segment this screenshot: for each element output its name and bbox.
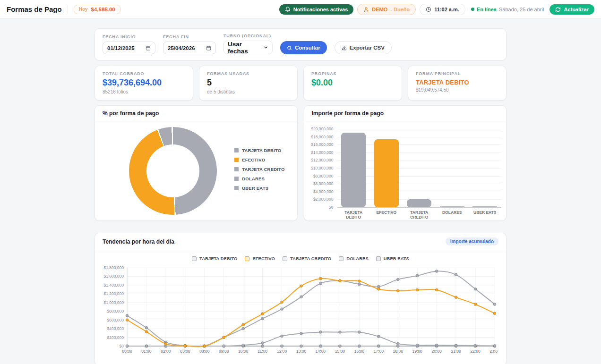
calendar-icon bbox=[146, 45, 151, 51]
bar-y-tick-label: $10,000,000 bbox=[311, 166, 333, 170]
bar-x-tick-label: TARJETA CREDITO bbox=[403, 210, 436, 220]
bar-y-tick-label: $14,000,000 bbox=[311, 150, 333, 155]
line-legend-item[interactable]: TARJETA DEBITO bbox=[192, 256, 237, 261]
pie-chart-header: % por forma de pago bbox=[95, 106, 297, 121]
svg-text:$1,800,000: $1,800,000 bbox=[103, 265, 124, 270]
line-legend-item[interactable]: UBER EATS bbox=[376, 256, 409, 261]
svg-text:03:00: 03:00 bbox=[180, 349, 190, 354]
bar-y-axis: $20,000,000$18,000,000$16,000,000$14,000… bbox=[307, 129, 337, 207]
line-legend-item[interactable]: EFECTIVO bbox=[245, 256, 275, 261]
query-button[interactable]: Consultar bbox=[280, 41, 327, 54]
topbar-actions: Notificaciones activas DEMO - Dueño 11:0… bbox=[279, 4, 594, 15]
legend-label: TARJETA DEBITO bbox=[199, 256, 237, 261]
legend-label: UBER EATS bbox=[384, 256, 409, 261]
svg-text:00:00: 00:00 bbox=[122, 349, 132, 354]
accumulated-amount-badge: importe acumulado bbox=[446, 237, 498, 245]
shift-label: TURNO (OPCIONAL) bbox=[223, 34, 273, 38]
bar-chart-card: Importe por forma de pago $20,000,000$18… bbox=[304, 105, 507, 221]
svg-text:$800,000: $800,000 bbox=[107, 309, 124, 313]
current-date: Sábado, 25 de abril bbox=[499, 7, 544, 12]
bar-y-tick-label: $2,000,000 bbox=[313, 197, 334, 202]
line-legend-item[interactable]: TARJETA CREDITO bbox=[283, 256, 331, 261]
bar-x-tick-label: TARJETA DEBITO bbox=[337, 210, 370, 220]
bar-efectivo bbox=[374, 139, 399, 207]
donut-legend: TARJETA DEBITOEFECTIVOTARJETA CREDITODOL… bbox=[234, 148, 284, 191]
filters-card: FECHA INICIO 01/12/2025 FECHA FIN 25/04/… bbox=[94, 28, 507, 60]
svg-text:10:00: 10:00 bbox=[238, 349, 249, 354]
svg-text:16:00: 16:00 bbox=[354, 349, 365, 354]
today-total-badge: Hoy $4,585.00 bbox=[74, 5, 120, 14]
svg-text:$1,600,000: $1,600,000 bbox=[103, 274, 124, 279]
export-csv-button[interactable]: Exportar CSV bbox=[335, 41, 392, 54]
stat-card-total: TOTAL COBRADO $39,736,694.00 85216 folio… bbox=[94, 66, 193, 101]
legend-checkbox-icon bbox=[283, 256, 287, 261]
legend-label: DOLARES bbox=[242, 176, 265, 181]
shift-value: Usar fechas bbox=[228, 41, 263, 55]
stat-card-forms: FORMAS USADAS 5 de 5 distintas bbox=[199, 66, 298, 101]
legend-checkbox-icon bbox=[245, 256, 249, 261]
stats-row: TOTAL COBRADO $39,736,694.00 85216 folio… bbox=[94, 66, 507, 101]
bar-plot bbox=[337, 129, 502, 207]
calendar-icon bbox=[206, 45, 211, 51]
chevron-down-icon bbox=[263, 45, 268, 50]
svg-text:22:00: 22:00 bbox=[470, 349, 481, 354]
today-amount: $4,585.00 bbox=[91, 7, 115, 12]
bar-tarjeta-credito bbox=[407, 199, 431, 207]
bar-y-tick-label: $6,000,000 bbox=[313, 181, 334, 186]
donut-legend-item[interactable]: TARJETA DEBITO bbox=[234, 148, 284, 153]
svg-text:11:00: 11:00 bbox=[258, 349, 267, 354]
donut-legend-item[interactable]: EFECTIVO bbox=[234, 157, 284, 162]
donut-legend-item[interactable]: TARJETA CREDITO bbox=[234, 167, 284, 172]
refresh-button[interactable]: Actualizar bbox=[549, 4, 594, 15]
bell-icon bbox=[285, 7, 291, 12]
start-date-input[interactable]: 01/12/2025 bbox=[103, 42, 155, 54]
bar-chart-title: Importe por forma de pago bbox=[312, 110, 384, 117]
shift-select[interactable]: Usar fechas bbox=[223, 41, 273, 54]
bar-dolares bbox=[440, 206, 464, 207]
notifications-button[interactable]: Notificaciones activas bbox=[279, 4, 354, 15]
svg-text:02:00: 02:00 bbox=[161, 349, 171, 354]
svg-text:08:00: 08:00 bbox=[199, 349, 210, 354]
bar-x-tick-label: UBER EATS bbox=[469, 210, 502, 220]
start-date-label: FECHA INICIO bbox=[103, 34, 155, 39]
bar-y-tick-label: $4,000,000 bbox=[313, 189, 334, 194]
donut-legend-item[interactable]: DOLARES bbox=[234, 176, 284, 181]
line-chart-svg: $1,800,000$1,600,000$1,400,000$1,200,000… bbox=[101, 264, 498, 357]
svg-text:21:00: 21:00 bbox=[451, 349, 461, 354]
line-legend-item[interactable]: DOLARES bbox=[339, 256, 368, 261]
online-status: En línea Sábado, 25 de abril bbox=[469, 7, 546, 12]
svg-text:23:00: 23:00 bbox=[489, 349, 498, 354]
bar-x-tick-label: DOLARES bbox=[436, 210, 469, 220]
svg-text:$0: $0 bbox=[120, 344, 124, 348]
bar-x-tick-label: EFECTIVO bbox=[370, 210, 403, 220]
stat-value: 5 bbox=[207, 78, 290, 88]
stat-value: $0.00 bbox=[311, 78, 394, 88]
end-date-field: FECHA FIN 25/04/2026 bbox=[163, 34, 216, 54]
bar-y-tick-label: $8,000,000 bbox=[313, 174, 334, 178]
svg-text:$400,000: $400,000 bbox=[107, 326, 124, 331]
svg-text:12:00: 12:00 bbox=[277, 349, 287, 354]
legend-checkbox-icon bbox=[339, 256, 343, 261]
legend-label: EFECTIVO bbox=[242, 157, 265, 162]
end-date-input[interactable]: 25/04/2026 bbox=[163, 42, 216, 54]
start-date-value: 01/12/2025 bbox=[107, 45, 135, 51]
donut-legend-item[interactable]: UBER EATS bbox=[234, 186, 284, 191]
notifications-label: Notificaciones activas bbox=[293, 7, 348, 12]
stat-sub bbox=[311, 89, 394, 95]
svg-text:13:00: 13:00 bbox=[296, 349, 307, 354]
page-title: Formas de Pago bbox=[7, 5, 62, 13]
trend-chart-body: TARJETA DEBITOEFECTIVOTARJETA CREDITODOL… bbox=[95, 250, 506, 359]
user-name: DEMO bbox=[372, 7, 387, 12]
pie-chart-body: TARJETA DEBITOEFECTIVOTARJETA CREDITODOL… bbox=[95, 121, 297, 220]
legend-checkbox-icon bbox=[376, 256, 381, 261]
bar-uber-eats bbox=[472, 206, 497, 207]
svg-text:19:00: 19:00 bbox=[412, 349, 423, 354]
online-label: En línea bbox=[477, 7, 497, 12]
shift-field: TURNO (OPCIONAL) Usar fechas bbox=[223, 34, 273, 54]
export-csv-label: Exportar CSV bbox=[350, 45, 385, 51]
user-badge[interactable]: DEMO - Dueño bbox=[357, 4, 416, 15]
stat-card-tips: PROPINAS $0.00 bbox=[303, 66, 402, 101]
stat-value: $39,736,694.00 bbox=[103, 78, 185, 88]
svg-text:$600,000: $600,000 bbox=[107, 318, 124, 322]
donut-hole bbox=[146, 144, 199, 197]
